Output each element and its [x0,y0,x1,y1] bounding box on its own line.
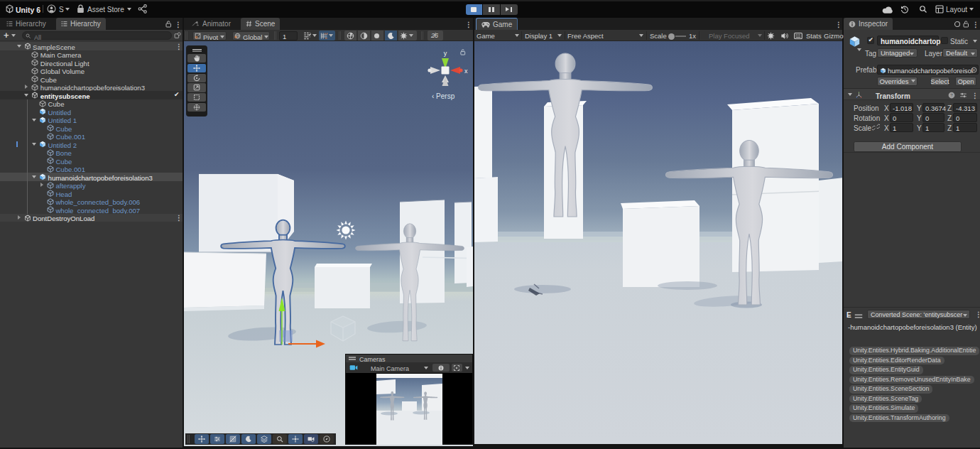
svg-text:x: x [464,67,468,75]
svg-text:‹ Persp: ‹ Persp [432,92,455,100]
svg-text:?: ? [950,92,953,97]
svg-text:y: y [444,50,447,57]
